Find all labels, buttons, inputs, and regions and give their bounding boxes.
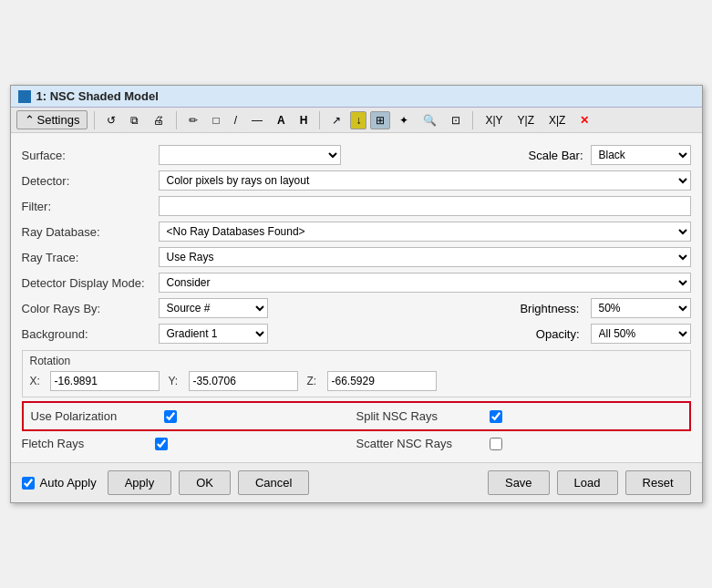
scatter-nsc-rays-item: Scatter NSC Rays: [356, 437, 691, 450]
auto-apply-checkbox[interactable]: [22, 477, 35, 490]
opacity-select[interactable]: All 50%: [591, 324, 691, 344]
toolbar: ⌃ Settings ↺ ⧉ 🖨 ✏ □ / — A H ↗ ↓ ⊞ ✦ 🔍 ⊡…: [11, 108, 702, 133]
use-polarization-checkbox[interactable]: [164, 410, 177, 423]
rotation-y-field: Y:: [169, 371, 298, 391]
main-window: 1: NSC Shaded Model ⌃ Settings ↺ ⧉ 🖨 ✏ □…: [10, 85, 703, 503]
rotation-section: Rotation X: Y: Z:: [22, 350, 691, 397]
ray-trace-row: Ray Trace: Use Rays Use Saved Rays: [22, 244, 691, 270]
opacity-label: Opacity:: [514, 327, 587, 341]
rotation-y-input[interactable]: [189, 371, 298, 391]
detector-label: Detector:: [22, 174, 159, 188]
rotation-x-label: X:: [30, 375, 46, 387]
save-button[interactable]: Save: [488, 470, 550, 495]
ok-button[interactable]: OK: [179, 470, 231, 495]
surface-select[interactable]: [159, 145, 341, 165]
print-button[interactable]: 🖨: [148, 111, 170, 129]
xiz-button[interactable]: X|Z: [543, 111, 571, 129]
detector-display-mode-select[interactable]: Consider: [159, 273, 691, 293]
polarization-split-section: Use Polarization Split NSC Rays: [22, 401, 691, 431]
split-nsc-rays-label: Split NSC Rays: [356, 409, 484, 423]
brightness-label: Brightness:: [514, 302, 587, 315]
close-x-button[interactable]: ✕: [574, 111, 594, 129]
fletch-scatter-row: Fletch Rays Scatter NSC Rays: [22, 434, 691, 453]
split-nsc-rays-item: Split NSC Rays: [356, 409, 682, 423]
cancel-button[interactable]: Cancel: [238, 470, 309, 495]
content-area: Surface: Scale Bar: Black White None Det…: [11, 133, 702, 462]
text-button[interactable]: A: [272, 111, 291, 129]
zoom-button[interactable]: 🔍: [418, 111, 442, 129]
grid-button[interactable]: ⊞: [370, 111, 390, 129]
scatter-nsc-rays-checkbox[interactable]: [490, 438, 502, 450]
detector-select[interactable]: Color pixels by rays on layout: [159, 170, 691, 191]
surface-control: [159, 145, 518, 165]
copy-button[interactable]: ⧉: [125, 111, 144, 129]
background-row: Background: Gradient 1 Opacity: All 50%: [22, 321, 691, 346]
chevron-up-icon: ⌃: [25, 113, 35, 127]
arrow-button[interactable]: ↗: [326, 111, 346, 129]
refresh-button[interactable]: ↺: [101, 111, 121, 129]
filter-label: Filter:: [22, 200, 159, 213]
toolbar-separator-2: [176, 111, 177, 129]
apply-button[interactable]: Apply: [108, 470, 172, 495]
split-nsc-rays-checkbox[interactable]: [490, 410, 502, 423]
ray-database-control: <No Ray Databases Found>: [159, 222, 691, 242]
yz-button[interactable]: Y|Z: [512, 111, 540, 129]
settings-button[interactable]: ⌃ Settings: [16, 110, 88, 129]
settings-label: Settings: [37, 113, 80, 127]
rotation-x-input[interactable]: [50, 371, 160, 391]
brightness-select[interactable]: 50%: [591, 298, 691, 318]
window-icon: [18, 90, 31, 103]
background-select[interactable]: Gradient 1: [159, 324, 268, 344]
auto-apply-wrap: Auto Apply: [22, 476, 97, 490]
rotation-title: Rotation: [30, 355, 683, 367]
filter-input[interactable]: [159, 196, 691, 216]
ray-trace-select[interactable]: Use Rays Use Saved Rays: [159, 247, 691, 267]
scale-bar-select[interactable]: Black White None: [591, 145, 691, 165]
ray-database-select[interactable]: <No Ray Databases Found>: [159, 222, 691, 242]
rotation-z-label: Z:: [307, 375, 324, 387]
rotation-y-label: Y:: [169, 375, 185, 387]
toolbar-separator-3: [319, 111, 320, 129]
detector-control: Color pixels by rays on layout: [159, 170, 691, 191]
fletch-rays-item: Fletch Rays: [22, 437, 356, 450]
ray-trace-label: Ray Trace:: [22, 251, 159, 264]
dash-button[interactable]: —: [246, 111, 268, 129]
toolbar-separator: [94, 111, 95, 129]
ray-trace-control: Use Rays Use Saved Rays: [159, 247, 691, 267]
use-polarization-label: Use Polarization: [31, 409, 159, 423]
rotation-x-field: X:: [30, 371, 160, 391]
fletch-rays-checkbox[interactable]: [155, 438, 168, 450]
detector-row: Detector: Color pixels by rays on layout: [22, 168, 691, 193]
use-polarization-item: Use Polarization: [31, 409, 356, 423]
ah-button[interactable]: H: [294, 111, 314, 129]
load-button[interactable]: Load: [557, 470, 618, 495]
rotation-z-input[interactable]: [327, 371, 437, 391]
footer: Auto Apply Apply OK Cancel Save Load Res…: [11, 462, 702, 502]
down-button[interactable]: ↓: [350, 111, 366, 129]
rotation-z-field: Z:: [307, 371, 437, 391]
detector-display-mode-row: Detector Display Mode: Consider: [22, 270, 691, 295]
scale-bar-label: Scale Bar:: [518, 149, 591, 162]
title-bar: 1: NSC Shaded Model: [11, 86, 702, 108]
surface-row: Surface: Scale Bar: Black White None: [22, 142, 691, 168]
xy-button[interactable]: X|Y: [480, 111, 508, 129]
fletch-rays-label: Fletch Rays: [22, 437, 150, 450]
rotation-fields: X: Y: Z:: [30, 371, 683, 391]
filter-control: [159, 196, 691, 216]
auto-apply-label: Auto Apply: [40, 476, 97, 490]
rect-button[interactable]: □: [207, 111, 224, 129]
scatter-nsc-rays-label: Scatter NSC Rays: [356, 437, 484, 450]
detector-display-mode-label: Detector Display Mode:: [22, 276, 159, 290]
camera-button[interactable]: ⊡: [446, 111, 466, 129]
color-rays-by-label: Color Rays By:: [22, 302, 159, 315]
toolbar-separator-4: [472, 111, 473, 129]
filter-row: Filter:: [22, 193, 691, 219]
star-button[interactable]: ✦: [394, 111, 414, 129]
line-button[interactable]: /: [229, 111, 242, 129]
reset-button[interactable]: Reset: [625, 470, 691, 495]
polarization-split-row: Use Polarization Split NSC Rays: [31, 407, 682, 426]
background-label: Background:: [22, 327, 159, 341]
pencil-button[interactable]: ✏: [183, 111, 203, 129]
detector-display-mode-control: Consider: [159, 273, 691, 293]
color-rays-by-select[interactable]: Source #: [159, 298, 268, 318]
